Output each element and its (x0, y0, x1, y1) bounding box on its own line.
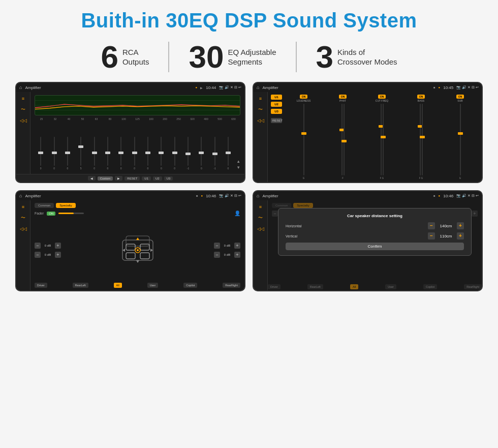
modal-vertical-label: Vertical (286, 234, 314, 238)
fader-sidebar-wave[interactable]: 〜 (21, 215, 25, 221)
eq-custom-btn[interactable]: Custom (98, 176, 113, 181)
xo-u3-btn[interactable]: U3 (271, 109, 282, 114)
vol-fl-plus[interactable]: + (55, 243, 61, 249)
freq-label-3: 50 (76, 117, 89, 121)
eq-slider-4[interactable]: 0 (88, 137, 100, 170)
xo-cutfreq-slider2[interactable] (383, 104, 384, 175)
fader-driver-btn[interactable]: Driver (35, 283, 47, 288)
vol-rr-minus[interactable]: − (214, 252, 220, 258)
fader-sidebar-eq[interactable]: ≡ (22, 204, 24, 210)
eq-slider-9[interactable]: 0 (155, 137, 167, 170)
eq-u1-btn[interactable]: U1 (142, 176, 151, 181)
eq-slider-5[interactable]: 0 (102, 137, 114, 170)
topbar-home-icon[interactable]: ⌂ (19, 85, 22, 90)
fader-main: Common Specialty Fader ON 👤 (30, 200, 244, 290)
eq-slider-14[interactable]: 0 (222, 137, 234, 170)
eq-slider-10[interactable]: 0 (168, 137, 180, 170)
eq-slider-13[interactable]: -1 (208, 137, 221, 170)
fader-home-icon[interactable]: ⌂ (19, 193, 22, 198)
fader-copilot-btn[interactable]: Copilot (183, 283, 197, 288)
fader-tab-specialty[interactable]: Specialty (56, 203, 75, 208)
eq-u3-btn[interactable]: U3 (164, 176, 173, 181)
vol-fr-minus[interactable]: − (214, 243, 220, 249)
xo-sidebar-wave[interactable]: 〜 (258, 106, 263, 113)
eq-slider-1[interactable]: 0 (48, 137, 60, 170)
eq-arrow-down[interactable]: ▼ (236, 165, 240, 170)
xo-reset-btn[interactable]: RESET (271, 118, 282, 123)
sidebar-speaker-icon[interactable]: ◁◁ (20, 118, 27, 123)
eq-slider-2[interactable]: 0 (61, 137, 74, 170)
modal-horizontal-minus[interactable]: − (428, 222, 435, 229)
eq-main-content: 25 32 40 50 63 80 100 125 160 200 250 32… (30, 92, 244, 174)
xo-sub-slider[interactable] (460, 104, 461, 175)
svg-marker-11 (136, 237, 139, 240)
fader-rearright-btn[interactable]: RearRight (223, 283, 240, 288)
eq-slider-8[interactable]: 0 (142, 137, 154, 170)
dist-home-icon[interactable]: ⌂ (257, 193, 259, 198)
fader-on-badge[interactable]: ON (47, 212, 55, 216)
fader-user-btn[interactable]: User (147, 283, 159, 288)
xo-cutfreq-on[interactable]: ON (378, 95, 386, 99)
modal-vertical-minus[interactable]: − (428, 232, 435, 240)
xo-phat-slider2[interactable] (344, 104, 345, 175)
fader-body: ≡ 〜 ◁◁ Common Specialty Fader ON (16, 200, 244, 290)
fader-slider[interactable] (58, 211, 84, 216)
dist-icons: 📷 🔊 ✕ ⊟ ↩ (456, 194, 479, 198)
dist-sidebar-eq[interactable]: ≡ (259, 204, 262, 210)
xo-bass-slider2[interactable] (422, 104, 423, 175)
eq-body: ≡ 〜 ◁◁ (16, 92, 244, 174)
sidebar-wave-icon[interactable]: 〜 (21, 106, 25, 113)
vol-rl-minus[interactable]: − (35, 252, 41, 258)
eq-u2-btn[interactable]: U2 (153, 176, 162, 181)
modal-horizontal-plus[interactable]: + (457, 222, 464, 229)
svg-rect-8 (140, 253, 149, 259)
fader-all-btn[interactable]: All (114, 283, 122, 288)
xo-bass-on[interactable]: ON (417, 95, 425, 99)
xo-sub: ON SUB G (442, 95, 479, 180)
modal-vertical-plus[interactable]: + (457, 232, 464, 240)
eq-topbar-time: 10:44 (206, 85, 216, 90)
screen-distance: ⌂ Amplifier ■ ● 10:46 📷 🔊 ✕ ⊟ ↩ ≡ 〜 ◁◁ (253, 190, 483, 291)
xo-topbar: ⌂ Amplifier ■ ● 10:45 📷 🔊 ✕ ⊟ ↩ (254, 83, 482, 92)
dist-sidebar-spk[interactable]: ◁◁ (257, 226, 264, 231)
xo-loudness-on[interactable]: ON (300, 95, 308, 99)
xo-loudness-slider[interactable] (303, 104, 304, 175)
xo-u2-btn[interactable]: U2 (271, 102, 282, 107)
xo-sidebar-spk[interactable]: ◁◁ (257, 118, 264, 123)
fader-sidebar-spk[interactable]: ◁◁ (20, 226, 27, 231)
vol-fl-val: 0 dB (42, 244, 53, 247)
xo-phat-on[interactable]: ON (339, 95, 347, 99)
dist-sidebar-wave[interactable]: 〜 (258, 215, 263, 221)
eq-prev-btn[interactable]: ◀ (88, 176, 96, 181)
fader-icons: 📷 🔊 ✕ ⊟ ↩ (219, 194, 241, 198)
xo-sidebar-eq[interactable]: ≡ (259, 96, 262, 101)
confirm-button[interactable]: Confirm (286, 243, 464, 250)
sidebar-eq-icon[interactable]: ≡ (22, 96, 24, 101)
eq-play-btn[interactable]: ▶ (115, 176, 122, 181)
vol-rl-plus[interactable]: + (55, 252, 61, 258)
freq-label-0: 25 (35, 117, 48, 121)
vol-rr-plus[interactable]: + (234, 252, 240, 258)
xo-sub-val: G (459, 177, 461, 180)
eq-reset-btn[interactable]: RESET (124, 176, 140, 181)
car-svg (115, 230, 161, 271)
fader-tab-common[interactable]: Common (35, 203, 54, 208)
eq-slider-6[interactable]: 0 (115, 137, 127, 170)
xo-u1-btn[interactable]: U1 (271, 95, 282, 100)
xo-home-icon[interactable]: ⌂ (257, 85, 259, 90)
xo-cutfreq-slider1[interactable] (381, 104, 382, 175)
vol-fl-minus[interactable]: − (35, 243, 41, 249)
eq-slider-0[interactable]: 0 (35, 137, 47, 170)
eq-slider-7[interactable]: 0 (128, 137, 140, 170)
eq-arrow-up[interactable]: ▲ (236, 159, 240, 164)
xo-bass-slider1[interactable] (420, 104, 421, 175)
xo-sub-on[interactable]: ON (456, 95, 464, 99)
eq-slider-12[interactable]: 0 (195, 137, 207, 170)
fader-rearleft-btn[interactable]: RearLeft (73, 283, 88, 288)
eq-slider-3[interactable]: 5 (75, 137, 87, 170)
svg-point-10 (137, 249, 139, 251)
xo-phat-label: PHAT (339, 99, 346, 102)
freq-label-8: 160 (144, 117, 158, 121)
vol-fr-plus[interactable]: + (234, 243, 240, 249)
eq-slider-11[interactable]: -1 (182, 137, 194, 170)
